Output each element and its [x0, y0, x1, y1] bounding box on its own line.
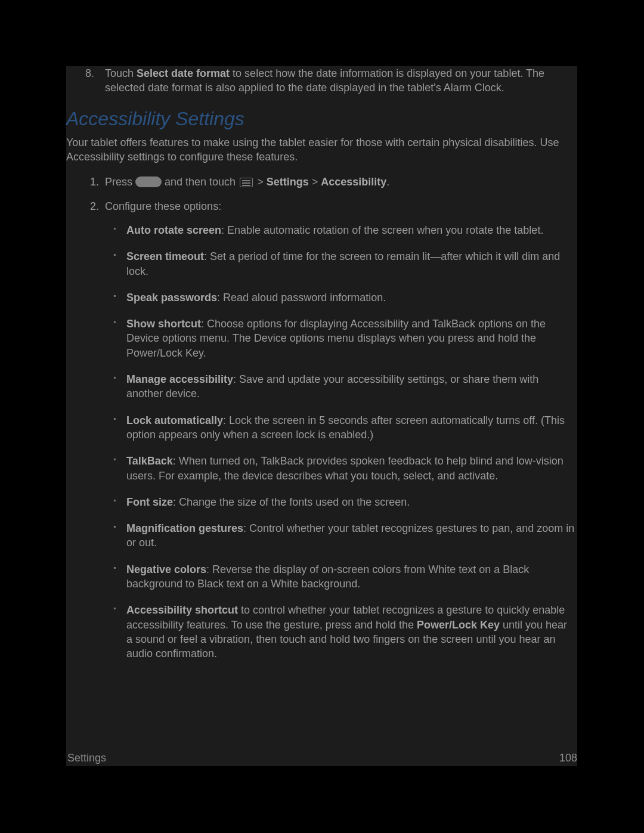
bold-text: Manage accessibility — [126, 373, 233, 385]
text: Configure these options: — [105, 200, 221, 212]
list-item: Auto rotate screen: Enable automatic rot… — [126, 223, 575, 237]
bold-text: TalkBack — [126, 455, 173, 467]
bold-text: Negative colors — [126, 563, 206, 575]
page-footer: Settings 108 — [67, 751, 577, 765]
list-item: Speak passwords: Read aloud password inf… — [126, 290, 575, 305]
bold-text: Accessibility — [321, 176, 386, 188]
list-item: TalkBack: When turned on, TalkBack provi… — [126, 454, 575, 483]
list-item: Accessibility shortcut to control whethe… — [126, 603, 575, 661]
text: : Read aloud password information. — [217, 292, 386, 304]
text: : Change the size of the fonts used on t… — [173, 496, 410, 508]
bold-text: Show shortcut — [126, 318, 201, 330]
section-heading: Accessibility Settings — [66, 106, 577, 132]
page-number: 108 — [559, 751, 577, 765]
step-item: Press and then touch > Settings > Access… — [102, 175, 577, 189]
steps-list: Press and then touch > Settings > Access… — [66, 175, 577, 661]
text: > — [309, 176, 321, 188]
text: > — [254, 176, 267, 188]
text: Touch — [105, 67, 137, 79]
text: : Enable automatic rotation of the scree… — [221, 224, 543, 236]
list-item: Show shortcut: Choose options for displa… — [126, 317, 575, 360]
bold-text: Power/Lock Key — [417, 619, 500, 631]
text: Press — [105, 176, 135, 188]
bold-text: Accessibility shortcut — [126, 604, 238, 616]
list-item: Screen timeout: Set a period of time for… — [126, 249, 575, 278]
bold-text: Screen timeout — [126, 250, 204, 262]
bold-text: Settings — [267, 176, 309, 188]
step-item: Configure these options: Auto rotate scr… — [102, 199, 577, 661]
bold-text: Speak passwords — [126, 292, 217, 304]
sub-bullet-list: Auto rotate screen: Enable automatic rot… — [105, 223, 577, 661]
bold-text: Auto rotate screen — [126, 224, 221, 236]
top-ordered-list: Touch Select date format to select how t… — [66, 66, 577, 95]
bold-text: Font size — [126, 496, 173, 508]
list-item: Manage accessibility: Save and update yo… — [126, 372, 575, 401]
list-item: Lock automatically: Lock the screen in 5… — [126, 413, 575, 442]
text: : When turned on, TalkBack provides spok… — [126, 455, 564, 481]
bold-text: Select date format — [137, 67, 230, 79]
menu-icon — [240, 178, 253, 187]
text: and then touch — [162, 176, 239, 188]
list-item: Negative colors: Reverse the display of … — [126, 562, 575, 592]
footer-section: Settings — [67, 751, 106, 765]
bold-text: Magnification gestures — [126, 522, 243, 534]
intro-paragraph: Your tablet offers features to make usin… — [66, 135, 577, 165]
list-item: Magnification gestures: Control whether … — [126, 521, 575, 550]
home-button-icon — [135, 176, 162, 187]
list-item: Touch Select date format to select how t… — [102, 66, 577, 95]
text: . — [386, 176, 389, 188]
document-page: Touch Select date format to select how t… — [66, 66, 577, 766]
bold-text: Lock automatically — [126, 414, 223, 426]
list-item: Font size: Change the size of the fonts … — [126, 495, 575, 509]
